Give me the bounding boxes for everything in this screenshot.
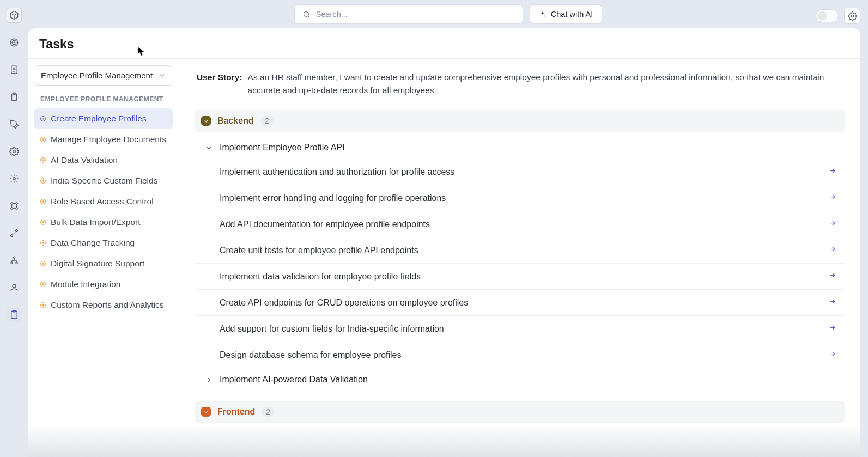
arrow-right-icon [828, 297, 836, 308]
sidebar-item-manage-documents[interactable]: Manage Employee Documents [34, 129, 173, 150]
status-dot-icon [40, 157, 46, 163]
sidebar-item-label: Role-Based Access Control [51, 197, 154, 206]
task-title: Implement authentication and authorizati… [220, 167, 454, 177]
user-story: User Story: As an HR staff member, I wan… [195, 69, 845, 110]
sidebar-item-india-fields[interactable]: India-Specific Custom Fields [34, 170, 173, 191]
sidebar-item-create-profiles[interactable]: Create Employee Profiles [34, 108, 173, 129]
task-row[interactable]: Create unit tests for employee profile A… [195, 237, 845, 264]
sidebar-item-rbac[interactable]: Role-Based Access Control [34, 191, 173, 212]
task-row[interactable]: Implement data validation for employee p… [195, 264, 845, 290]
tasks-nav-icon[interactable] [7, 307, 22, 322]
user-story-text: As an HR staff member, I want to create … [248, 71, 843, 97]
sidebar-item-label: India-Specific Custom Fields [51, 176, 157, 186]
svg-point-6 [13, 150, 16, 153]
sidebar-item-label: AI Data Validation [51, 155, 118, 165]
task-row[interactable]: Add API documentation for employee profi… [195, 211, 845, 237]
arrow-right-icon [828, 271, 836, 282]
sidebar-item-label: Create Employee Profiles [51, 114, 147, 124]
svg-point-7 [13, 178, 16, 180]
status-dot-icon [40, 220, 46, 225]
module-selector-label: Employee Profile Management [41, 71, 153, 80]
connection-icon[interactable] [7, 226, 22, 241]
pen-icon[interactable] [7, 117, 22, 132]
user-story-label: User Story: [197, 71, 242, 97]
gear-icon[interactable] [7, 144, 22, 159]
task-row[interactable]: Create API endpoints for CRUD operations… [195, 290, 845, 316]
clipboard-icon[interactable] [7, 89, 22, 105]
svg-point-20 [304, 11, 308, 16]
sidebar-item-label: Module Integration [51, 279, 120, 289]
arrow-right-icon [828, 350, 836, 360]
logo-cube-icon[interactable] [7, 8, 22, 23]
task-row[interactable]: Implement error handling and logging for… [195, 185, 845, 211]
network-icon[interactable] [7, 198, 22, 214]
search-input[interactable] [316, 10, 515, 19]
sidebar-item-label: Bulk Data Import/Export [51, 217, 141, 227]
sparkle-icon [539, 10, 547, 18]
collapse-icon [201, 407, 211, 417]
sidebar-item-label: Custom Reports and Analytics [51, 300, 164, 310]
settings-button[interactable] [844, 8, 860, 24]
sidebar-item-label: Manage Employee Documents [51, 135, 166, 144]
svg-point-14 [13, 257, 15, 258]
sidebar-item-label: Data Change Tracking [51, 238, 135, 248]
status-dot-icon [40, 137, 46, 142]
search-box[interactable] [294, 4, 523, 24]
sidebar-item-ai-validation[interactable]: AI Data Validation [34, 150, 173, 170]
task-row[interactable]: Implement authentication and authorizati… [195, 159, 845, 185]
task-title: Add API documentation for employee profi… [220, 220, 430, 229]
task-row[interactable]: Add support for custom fields for India-… [195, 316, 845, 342]
chevron-right-icon [204, 375, 213, 384]
page-title: Tasks [28, 28, 860, 58]
sidebar-item-custom-reports[interactable]: Custom Reports and Analytics [34, 295, 173, 315]
group-count: 2 [262, 407, 275, 417]
sidebar-item-module-integration[interactable]: Module Integration [34, 274, 173, 295]
module-selector[interactable]: Employee Profile Management [34, 65, 173, 86]
status-dot-icon [40, 116, 46, 121]
arrow-right-icon [828, 219, 836, 229]
status-dot-icon [40, 261, 46, 266]
svg-point-17 [13, 284, 16, 288]
document-icon[interactable] [7, 62, 22, 77]
target-icon[interactable] [7, 35, 22, 50]
group-count: 2 [260, 116, 274, 126]
task-parent-expanded[interactable]: Implement Employee Profile API [195, 136, 845, 159]
sidebar: Employee Profile Management EMPLOYEE PRO… [28, 59, 179, 457]
svg-point-2 [14, 42, 15, 43]
chevron-down-icon [204, 143, 213, 152]
task-parent-collapsed[interactable]: Implement AI-powered Data Validation [195, 368, 845, 391]
svg-point-9 [16, 203, 17, 204]
svg-point-12 [11, 235, 13, 237]
arrow-right-icon [828, 193, 836, 203]
sparkle-gear-icon[interactable] [7, 171, 22, 186]
group-header-frontend[interactable]: Frontend 2 [195, 401, 845, 423]
svg-point-16 [16, 262, 17, 264]
task-row[interactable]: Design database schema for employee prof… [195, 342, 845, 368]
main-panel: Tasks Employee Profile Management EMPLOY… [28, 28, 860, 457]
sidebar-item-bulk-import[interactable]: Bulk Data Import/Export [34, 212, 173, 233]
task-title: Add support for custom fields for India-… [220, 324, 444, 334]
task-title: Implement data validation for employee p… [220, 272, 421, 282]
task-title: Create unit tests for employee profile A… [220, 246, 418, 255]
topbar: Chat with AI [28, 0, 868, 28]
task-title: Implement error handling and logging for… [220, 193, 446, 203]
chat-ai-button[interactable]: Chat with AI [530, 4, 602, 24]
task-title: Design database schema for employee prof… [220, 350, 402, 360]
sidebar-item-digital-signature[interactable]: Digital Signature Support [34, 253, 173, 274]
org-chart-icon[interactable] [7, 253, 22, 268]
chevron-down-icon [158, 71, 166, 80]
user-icon[interactable] [7, 280, 22, 295]
search-icon [302, 10, 311, 19]
group-header-backend[interactable]: Backend 2 [195, 110, 845, 132]
sidebar-item-change-tracking[interactable]: Data Change Tracking [34, 233, 173, 253]
content-area: User Story: As an HR staff member, I wan… [179, 59, 860, 457]
sidebar-section-label: EMPLOYEE PROFILE MANAGEMENT [34, 86, 173, 108]
status-dot-icon [40, 282, 46, 287]
svg-point-10 [11, 208, 13, 209]
svg-point-8 [11, 203, 13, 204]
status-dot-icon [40, 199, 46, 204]
arrow-right-icon [828, 245, 836, 255]
theme-toggle[interactable] [816, 9, 839, 22]
svg-point-21 [851, 15, 853, 17]
svg-point-13 [16, 230, 18, 232]
